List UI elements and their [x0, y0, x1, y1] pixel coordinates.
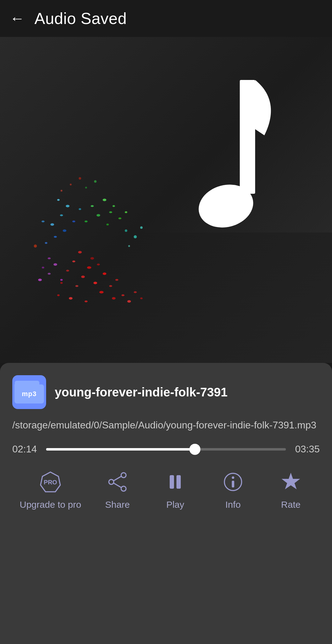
svg-rect-70 — [232, 481, 234, 487]
svg-point-33 — [113, 205, 115, 207]
svg-point-1 — [72, 260, 75, 262]
file-info-row: mp3 young-forever-indie-folk-7391 — [12, 375, 320, 409]
svg-point-36 — [48, 257, 51, 259]
share-button[interactable]: Share — [96, 470, 139, 511]
music-note-icon — [166, 74, 295, 258]
rate-button[interactable]: Rate — [269, 470, 312, 511]
svg-point-27 — [85, 221, 88, 222]
svg-point-16 — [97, 264, 100, 265]
svg-point-40 — [38, 279, 42, 281]
svg-rect-57 — [240, 80, 255, 194]
svg-rect-66 — [170, 475, 174, 489]
current-time: 02:14 — [12, 443, 40, 455]
svg-point-12 — [57, 294, 60, 296]
svg-line-64 — [114, 476, 121, 481]
svg-point-0 — [78, 251, 82, 253]
svg-point-5 — [75, 285, 78, 287]
svg-point-20 — [72, 221, 75, 222]
svg-point-46 — [128, 245, 130, 247]
progress-thumb[interactable] — [189, 444, 200, 455]
file-path: /storage/emulated/0/Sample/Audio/young-f… — [12, 418, 320, 432]
rate-label: Rate — [281, 499, 300, 511]
svg-point-44 — [134, 235, 137, 238]
svg-line-65 — [114, 483, 121, 487]
svg-point-51 — [94, 180, 97, 183]
svg-point-22 — [60, 214, 63, 216]
svg-point-63 — [121, 486, 126, 491]
svg-point-7 — [60, 282, 63, 284]
progress-container: 02:14 03:35 — [12, 443, 320, 455]
svg-point-4 — [81, 276, 85, 278]
svg-point-30 — [106, 224, 109, 225]
pro-icon: PRO — [38, 470, 63, 494]
svg-point-31 — [109, 211, 112, 213]
svg-point-15 — [90, 257, 94, 260]
svg-point-32 — [103, 199, 106, 201]
svg-point-10 — [69, 297, 73, 300]
header: ← Audio Saved — [0, 0, 332, 37]
upgrade-to-pro-button[interactable]: PRO Upgrade to pro — [20, 470, 81, 511]
svg-point-62 — [109, 479, 114, 484]
svg-point-6 — [93, 282, 97, 284]
svg-point-54 — [127, 300, 131, 303]
svg-point-48 — [79, 177, 81, 180]
svg-point-56 — [140, 297, 143, 299]
svg-point-69 — [232, 476, 234, 479]
svg-point-2 — [87, 266, 91, 269]
svg-point-18 — [63, 229, 66, 232]
svg-point-19 — [45, 242, 47, 244]
svg-point-50 — [85, 187, 87, 189]
controls-row: PRO Upgrade to pro Share — [12, 470, 320, 511]
upgrade-to-pro-label: Upgrade to pro — [20, 499, 81, 511]
svg-point-25 — [66, 205, 69, 207]
svg-point-3 — [66, 270, 69, 272]
svg-point-55 — [134, 291, 137, 293]
mp3-label: mp3 — [22, 390, 37, 398]
play-pause-button[interactable]: Play — [154, 470, 197, 511]
page-title: Audio Saved — [34, 9, 127, 28]
folder-body: mp3 — [14, 384, 44, 403]
particles-decoration — [18, 129, 172, 314]
back-button[interactable]: ← — [10, 11, 25, 26]
svg-point-42 — [34, 244, 37, 248]
svg-point-8 — [99, 291, 104, 293]
info-button[interactable]: Info — [211, 470, 255, 511]
info-label: Info — [225, 499, 241, 511]
svg-point-43 — [125, 229, 127, 232]
svg-point-29 — [91, 205, 94, 207]
play-label: Play — [166, 499, 184, 511]
svg-point-26 — [57, 199, 60, 201]
svg-point-24 — [42, 221, 45, 222]
svg-point-38 — [42, 267, 44, 268]
svg-point-47 — [70, 184, 72, 185]
star-icon — [279, 470, 303, 494]
svg-point-9 — [109, 285, 112, 287]
bottom-card: mp3 young-forever-indie-folk-7391 /stora… — [0, 363, 332, 644]
svg-point-37 — [53, 263, 57, 266]
svg-marker-71 — [282, 473, 300, 489]
svg-point-17 — [54, 236, 57, 238]
svg-point-23 — [79, 208, 81, 210]
svg-point-53 — [121, 294, 124, 296]
svg-point-52 — [112, 297, 116, 300]
svg-point-28 — [97, 214, 100, 217]
svg-point-14 — [115, 279, 118, 281]
svg-rect-67 — [176, 475, 181, 489]
share-icon — [105, 470, 130, 494]
svg-point-34 — [118, 217, 121, 219]
svg-text:PRO: PRO — [44, 479, 57, 486]
pause-icon — [163, 470, 188, 494]
file-name: young-forever-indie-folk-7391 — [55, 385, 320, 400]
share-label: Share — [105, 499, 130, 511]
total-time: 03:35 — [292, 443, 320, 455]
mp3-file-icon: mp3 — [12, 375, 46, 409]
progress-bar[interactable] — [46, 448, 286, 451]
info-icon — [221, 470, 245, 494]
svg-point-21 — [50, 223, 54, 226]
progress-fill — [46, 448, 195, 451]
svg-point-41 — [60, 279, 63, 281]
album-art — [0, 37, 332, 363]
svg-point-49 — [61, 190, 62, 192]
svg-point-61 — [121, 473, 126, 478]
svg-point-11 — [85, 300, 88, 302]
